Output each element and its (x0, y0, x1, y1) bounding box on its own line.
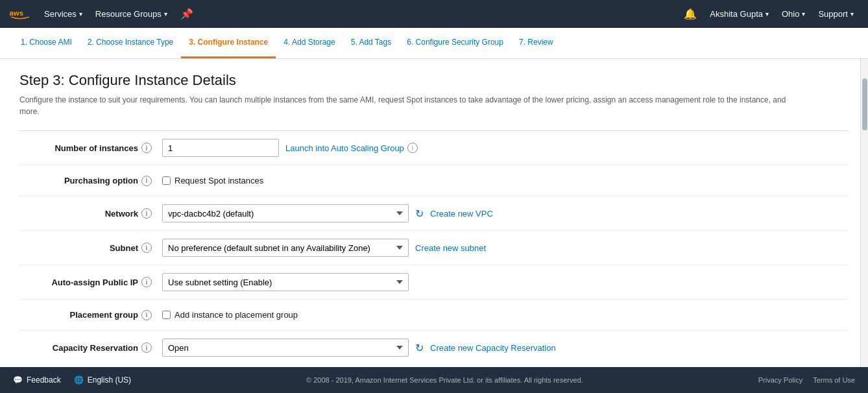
support-menu[interactable]: Support ▾ (812, 9, 860, 19)
terms-of-use-link[interactable]: Terms of Use (813, 376, 855, 384)
subnet-label: Subnet i (19, 243, 162, 253)
resource-groups-menu[interactable]: Resource Groups ▾ (89, 0, 174, 28)
tab-choose-instance-type[interactable]: 2. Choose Instance Type (80, 27, 182, 58)
auto-assign-ip-row: Auto-assign Public IP i Use subnet setti… (19, 265, 849, 300)
feedback-link[interactable]: 💬 Feedback (13, 375, 61, 385)
chat-icon: 💬 (13, 375, 23, 385)
number-of-instances-info-icon[interactable]: i (141, 143, 152, 153)
capacity-refresh-icon[interactable]: ↻ (415, 342, 424, 354)
add-placement-label[interactable]: Add instance to placement group (162, 310, 298, 320)
placement-group-control: Add instance to placement group (162, 310, 849, 320)
tab-add-storage[interactable]: 4. Add Storage (276, 27, 343, 58)
pin-icon[interactable]: 📌 (174, 8, 200, 20)
resource-groups-chevron-icon: ▾ (164, 10, 167, 18)
user-chevron-icon: ▾ (766, 10, 769, 18)
auto-assign-ip-label: Auto-assign Public IP i (19, 277, 162, 287)
subnet-row: Subnet i No preference (default subnet i… (19, 231, 849, 265)
scrollbar[interactable] (860, 59, 868, 367)
privacy-policy-link[interactable]: Privacy Policy (758, 376, 802, 384)
purchasing-option-label: Purchasing option i (19, 176, 162, 186)
scroll-thumb[interactable] (862, 78, 867, 130)
region-chevron-icon: ▾ (802, 10, 805, 18)
instance-config-form: Number of instances i Launch into Auto S… (19, 130, 849, 364)
auto-assign-ip-select[interactable]: Use subnet setting (Enable) (162, 273, 409, 291)
auto-scaling-info-icon[interactable]: i (407, 143, 418, 153)
placement-group-row: Placement group i Add instance to placem… (19, 300, 849, 331)
support-chevron-icon: ▾ (850, 10, 854, 18)
subnet-control: No preference (default subnet in any Ava… (162, 239, 849, 257)
network-control: vpc-dacbc4b2 (default) ↻ Create new VPC (162, 204, 849, 222)
network-refresh-icon[interactable]: ↻ (415, 208, 424, 220)
svg-text:aws: aws (10, 8, 24, 16)
subnet-select[interactable]: No preference (default subnet in any Ava… (162, 239, 409, 257)
purchasing-option-control: Request Spot instances (162, 176, 849, 185)
tab-configure-instance[interactable]: 3. Configure Instance (181, 27, 276, 58)
subnet-info-icon[interactable]: i (141, 243, 152, 253)
page-title: Step 3: Configure Instance Details (19, 72, 849, 89)
network-row: Network i vpc-dacbc4b2 (default) ↻ Creat… (19, 196, 849, 231)
capacity-reservation-info-icon[interactable]: i (141, 342, 152, 353)
globe-icon: 🌐 (74, 375, 84, 385)
services-chevron-icon: ▾ (79, 10, 82, 18)
page-description: Configure the instance to suit your requ… (19, 94, 798, 117)
footer-links: Privacy Policy Terms of Use (758, 376, 855, 384)
placement-group-info-icon[interactable]: i (141, 310, 152, 320)
create-vpc-link[interactable]: Create new VPC (430, 209, 493, 219)
number-of-instances-label: Number of instances i (19, 143, 162, 153)
placement-group-label: Placement group i (19, 310, 162, 320)
capacity-reservation-select[interactable]: Open (162, 339, 409, 357)
form-area: Step 3: Configure Instance Details Confi… (0, 59, 868, 367)
number-of-instances-control: Launch into Auto Scaling Group i (162, 139, 849, 157)
purchasing-option-row: Purchasing option i Request Spot instanc… (19, 165, 849, 196)
tab-review[interactable]: 7. Review (511, 27, 561, 58)
network-select[interactable]: vpc-dacbc4b2 (default) (162, 204, 409, 222)
capacity-reservation-control: Open ↻ Create new Capacity Reservation (162, 339, 849, 357)
create-capacity-link[interactable]: Create new Capacity Reservation (430, 343, 556, 353)
user-menu[interactable]: Akshita Gupta ▾ (703, 9, 775, 19)
number-of-instances-input[interactable] (162, 139, 279, 157)
region-menu[interactable]: Ohio ▾ (775, 9, 812, 19)
add-placement-checkbox[interactable] (162, 311, 171, 319)
capacity-reservation-row: Capacity Reservation i Open ↻ Create new… (19, 331, 849, 364)
language-selector[interactable]: 🌐 English (US) (74, 375, 131, 385)
purchasing-option-info-icon[interactable]: i (141, 176, 152, 186)
top-navigation: aws Services ▾ Resource Groups ▾ 📌 🔔 Aks… (0, 0, 868, 28)
capacity-reservation-label: Capacity Reservation i (19, 342, 162, 353)
launch-auto-scaling-link[interactable]: Launch into Auto Scaling Group i (285, 143, 418, 153)
services-menu[interactable]: Services ▾ (38, 0, 89, 28)
tab-add-tags[interactable]: 5. Add Tags (343, 27, 400, 58)
copyright-text: © 2008 - 2019, Amazon Internet Services … (131, 376, 758, 384)
auto-assign-ip-control: Use subnet setting (Enable) (162, 273, 849, 291)
network-info-icon[interactable]: i (141, 208, 152, 219)
tab-configure-security-group[interactable]: 6. Configure Security Group (399, 27, 511, 58)
create-subnet-link[interactable]: Create new subnet (415, 243, 486, 253)
request-spot-checkbox[interactable] (162, 176, 171, 185)
wizard-tabs: 1. Choose AMI 2. Choose Instance Type 3.… (0, 28, 868, 59)
number-of-instances-row: Number of instances i Launch into Auto S… (19, 131, 849, 165)
aws-logo[interactable]: aws (8, 5, 32, 23)
tab-choose-ami[interactable]: 1. Choose AMI (13, 27, 80, 58)
network-label: Network i (19, 208, 162, 219)
auto-assign-ip-info-icon[interactable]: i (141, 277, 152, 287)
notifications-bell-icon[interactable]: 🔔 (677, 8, 703, 20)
bottom-bar: 💬 Feedback 🌐 English (US) © 2008 - 2019,… (0, 367, 868, 393)
request-spot-label[interactable]: Request Spot instances (162, 176, 263, 185)
main-content: Step 3: Configure Instance Details Confi… (0, 59, 868, 367)
